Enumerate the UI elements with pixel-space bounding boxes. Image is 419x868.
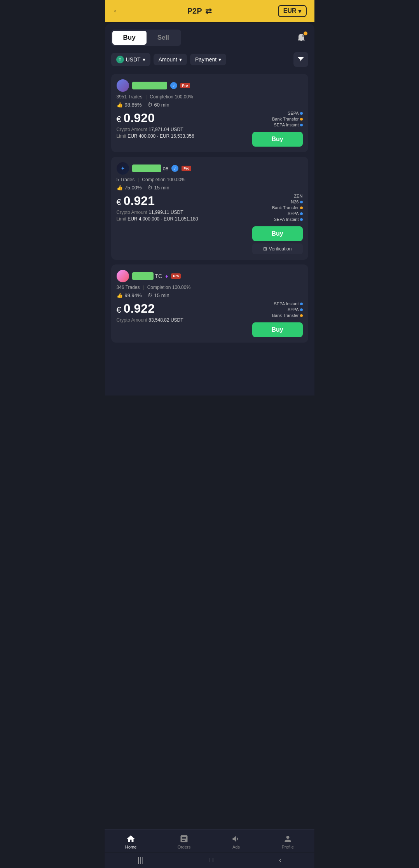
card-body-1: € 0.920 Crypto Amount 17,971.04 USDT Lim… bbox=[117, 111, 303, 147]
payment-bank-1: Bank Transfer bbox=[272, 117, 302, 121]
currency-label: EUR bbox=[283, 7, 297, 14]
pro-badge-3: Pro bbox=[171, 273, 181, 279]
time-3: ⏱ 15 min bbox=[147, 292, 169, 298]
stats-row-3: 👍 99.94% ⏱ 15 min bbox=[117, 292, 303, 298]
payment-zen-2: ZEN bbox=[294, 194, 303, 198]
crypto-amount-row-1: Crypto Amount 17,971.04 USDT bbox=[117, 127, 252, 132]
buy-sell-toggle: Buy Sell bbox=[111, 30, 181, 46]
currency-selector[interactable]: EUR ▾ bbox=[278, 5, 307, 17]
crypto-amount-label-1: Crypto Amount bbox=[117, 127, 147, 132]
avatar-2 bbox=[117, 162, 129, 175]
payment-n26-2: N26 bbox=[291, 200, 302, 204]
svg-point-0 bbox=[302, 35, 304, 37]
username-blur-2 bbox=[132, 164, 161, 172]
buy-button-1[interactable]: Buy bbox=[252, 132, 303, 147]
bank-label-1: Bank Transfer bbox=[272, 117, 299, 121]
verification-grid-icon: ⊞ bbox=[263, 246, 267, 252]
payment-sepa-3: SEPA bbox=[288, 307, 303, 312]
rating-2: 👍 75.00% bbox=[117, 185, 142, 191]
price-value-1: 0.920 bbox=[124, 111, 155, 125]
title-text: P2P bbox=[187, 7, 202, 16]
stats-row-1: 👍 98.85% ⏱ 60 min bbox=[117, 102, 303, 108]
price-2: € 0.921 bbox=[117, 194, 252, 208]
sepa-label-3: SEPA bbox=[288, 307, 299, 312]
buy-tab[interactable]: Buy bbox=[112, 31, 147, 45]
completion-3: Completion 100.00% bbox=[147, 285, 190, 290]
card-header-2: ce ✓ Pro bbox=[117, 162, 303, 175]
trades-count-3: 346 Trades bbox=[117, 285, 140, 290]
time-value-3: 15 min bbox=[154, 292, 169, 298]
amount-filter[interactable]: Amount ▾ bbox=[154, 54, 187, 65]
amount-chevron-icon: ▾ bbox=[179, 56, 182, 63]
sepa-dot-1 bbox=[300, 112, 303, 115]
bank-dot-2 bbox=[300, 206, 303, 209]
notification-button[interactable] bbox=[294, 31, 308, 45]
card-right-2: ZEN N26 Bank Transfer SEPA bbox=[252, 194, 303, 254]
payment-filter[interactable]: Payment ▾ bbox=[190, 54, 226, 65]
thumbs-up-icon-3: 👍 bbox=[117, 292, 123, 298]
avatar-3 bbox=[117, 270, 129, 282]
buy-button-2[interactable]: Buy bbox=[252, 226, 303, 241]
crypto-amount-row-3: Crypto Amount 83,548.82 USDT bbox=[117, 317, 252, 323]
payment-sepa-1: SEPA bbox=[288, 111, 303, 116]
sepa-dot-3 bbox=[300, 308, 303, 311]
pro-badge-2: Pro bbox=[182, 166, 191, 171]
sepa-instant-dot-1 bbox=[300, 124, 303, 126]
card-header-1: ✓ Pro bbox=[117, 79, 303, 92]
sepa-label-2: SEPA bbox=[288, 211, 299, 216]
limit-row-2: Limit EUR 4,000.000 - EUR 11,051.180 bbox=[117, 216, 252, 222]
bank-dot-3 bbox=[300, 314, 303, 317]
sepa-label-1: SEPA bbox=[288, 111, 299, 116]
trades-row-2: 5 Trades | Completion 100.00% bbox=[117, 177, 303, 182]
limit-label-2: Limit bbox=[117, 216, 126, 222]
sepa-instant-dot-3 bbox=[300, 303, 303, 305]
clock-icon: ⏱ bbox=[147, 102, 152, 108]
crypto-chevron-icon: ▾ bbox=[143, 56, 145, 63]
bank-label-3: Bank Transfer bbox=[272, 313, 299, 318]
main-content: Buy Sell T USDT ▾ Amount ▾ Payment ▾ bbox=[105, 23, 314, 396]
payment-methods-2: ZEN N26 Bank Transfer SEPA bbox=[272, 194, 302, 222]
sepa-instant-dot-2 bbox=[300, 218, 303, 221]
price-value-3: 0.922 bbox=[124, 301, 155, 315]
advanced-filter-button[interactable] bbox=[293, 52, 308, 67]
completion-1: Completion 100.00% bbox=[150, 94, 193, 100]
time-1: ⏱ 60 min bbox=[147, 102, 169, 108]
card-right-1: SEPA Bank Transfer SEPA Instant Buy bbox=[252, 111, 303, 147]
payment-sepa-instant-1: SEPA Instant bbox=[274, 122, 302, 127]
buy-button-3[interactable]: Buy bbox=[252, 322, 303, 337]
limit-value-2: EUR 4,000.000 - EUR 11,051.180 bbox=[127, 216, 198, 222]
n26-dot-2 bbox=[300, 201, 303, 203]
chevron-down-icon: ▾ bbox=[298, 7, 301, 15]
crypto-filter[interactable]: T USDT ▾ bbox=[111, 53, 150, 66]
sell-tab[interactable]: Sell bbox=[147, 31, 180, 45]
rating-value-3: 99.94% bbox=[125, 292, 142, 298]
trades-count-1: 3951 Trades bbox=[117, 94, 143, 100]
listing-card-3: TC ♦ Pro 346 Trades | Completion 100.00%… bbox=[111, 264, 308, 343]
crypto-amount-value-1: 17,971.04 USDT bbox=[148, 127, 183, 132]
verified-badge-2: ✓ bbox=[171, 165, 178, 172]
time-2: ⏱ 15 min bbox=[147, 185, 169, 191]
verified-badge-1: ✓ bbox=[170, 82, 177, 89]
card-right-3: SEPA Instant SEPA Bank Transfer Buy bbox=[252, 301, 303, 337]
username-suffix-2: ce bbox=[163, 165, 169, 172]
notification-dot bbox=[304, 32, 307, 35]
sepa-instant-label-1: SEPA Instant bbox=[274, 122, 299, 127]
limit-row-1: Limit EUR 400.000 - EUR 16,533.356 bbox=[117, 133, 252, 139]
crypto-amount-row-2: Crypto Amount 11,999.11 USDT bbox=[117, 210, 252, 215]
limit-value-1: EUR 400.000 - EUR 16,533.356 bbox=[127, 133, 194, 139]
time-value-1: 60 min bbox=[154, 102, 169, 108]
crypto-amount-value-2: 11,999.11 USDT bbox=[148, 210, 183, 215]
mode-toggle-row: Buy Sell bbox=[111, 30, 308, 46]
time-value-2: 15 min bbox=[154, 185, 169, 191]
rating-3: 👍 99.94% bbox=[117, 292, 142, 298]
clock-icon-2: ⏱ bbox=[147, 185, 152, 191]
price-value-2: 0.921 bbox=[124, 194, 155, 208]
payment-methods-1: SEPA Bank Transfer SEPA Instant bbox=[272, 111, 302, 127]
verification-button-2[interactable]: ⊞ Verification bbox=[252, 243, 303, 254]
username-blur-3 bbox=[132, 272, 154, 280]
clock-icon-3: ⏱ bbox=[147, 292, 152, 298]
back-button[interactable]: ← bbox=[113, 6, 121, 16]
stats-row-2: 👍 75.00% ⏱ 15 min bbox=[117, 185, 303, 191]
pro-badge-1: Pro bbox=[180, 83, 190, 88]
usdt-icon: T bbox=[116, 56, 124, 63]
